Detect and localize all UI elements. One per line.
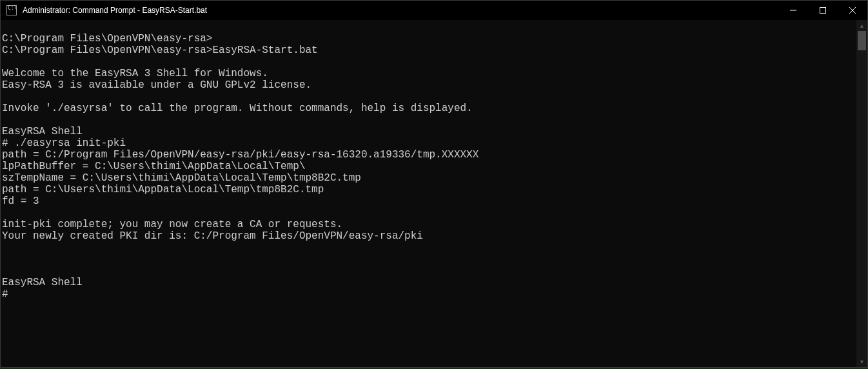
terminal-line: Welcome to the EasyRSA 3 Shell for Windo… <box>2 68 856 79</box>
terminal-line <box>2 114 856 126</box>
terminal-line: Easy-RSA 3 is available under a GNU GPLv… <box>2 79 856 91</box>
terminal-line <box>2 91 856 103</box>
terminal-line: # ./easyrsa init-pki <box>2 137 856 149</box>
terminal-line: path = C:/Program Files/OpenVPN/easy-rsa… <box>2 149 856 161</box>
scrollbar-thumb[interactable] <box>858 31 866 50</box>
minimize-button[interactable] <box>778 1 808 20</box>
terminal-line: Invoke './easyrsa' to call the program. … <box>2 103 856 114</box>
terminal-content[interactable]: C:\Program Files\OpenVPN\easy-rsa>C:\Pro… <box>1 21 856 367</box>
cmd-icon <box>6 5 17 15</box>
terminal-line: Your newly created PKI dir is: C:/Progra… <box>2 230 856 242</box>
maximize-button[interactable] <box>808 1 838 20</box>
app-icon-wrap <box>1 5 20 15</box>
terminal-line <box>2 56 856 68</box>
terminal-area[interactable]: C:\Program Files\OpenVPN\easy-rsa>C:\Pro… <box>1 20 867 367</box>
cursor <box>8 290 14 300</box>
terminal-line <box>2 242 856 254</box>
scroll-up-arrow-icon[interactable]: ▲ <box>856 20 867 31</box>
scroll-down-arrow-icon[interactable]: ▼ <box>856 356 867 367</box>
terminal-line: path = C:\Users\thimi\AppData\Local\Temp… <box>2 184 856 195</box>
svg-rect-1 <box>820 8 826 14</box>
terminal-line <box>2 207 856 219</box>
terminal-line <box>2 265 856 277</box>
terminal-line: C:\Program Files\OpenVPN\easy-rsa>EasyRS… <box>2 45 856 56</box>
terminal-line <box>2 254 856 265</box>
terminal-line: # <box>2 288 856 300</box>
window-controls <box>778 1 867 20</box>
terminal-line: fd = 3 <box>2 195 856 207</box>
terminal-line: EasyRSA Shell <box>2 277 856 288</box>
vertical-scrollbar[interactable]: ▲ ▼ <box>856 20 867 367</box>
command-prompt-window: Administrator: Command Prompt - EasyRSA-… <box>0 0 868 368</box>
scrollbar-track[interactable] <box>856 31 867 356</box>
terminal-line: szTempName = C:\Users\thimi\AppData\Loca… <box>2 172 856 184</box>
title-bar[interactable]: Administrator: Command Prompt - EasyRSA-… <box>1 1 867 20</box>
terminal-line: C:\Program Files\OpenVPN\easy-rsa> <box>2 33 856 45</box>
window-title: Administrator: Command Prompt - EasyRSA-… <box>20 6 778 15</box>
terminal-line: EasyRSA Shell <box>2 126 856 137</box>
terminal-line <box>2 21 856 33</box>
terminal-line: init-pki complete; you may now create a … <box>2 219 856 230</box>
terminal-line: lpPathBuffer = C:\Users\thimi\AppData\Lo… <box>2 161 856 172</box>
close-button[interactable] <box>838 1 867 20</box>
